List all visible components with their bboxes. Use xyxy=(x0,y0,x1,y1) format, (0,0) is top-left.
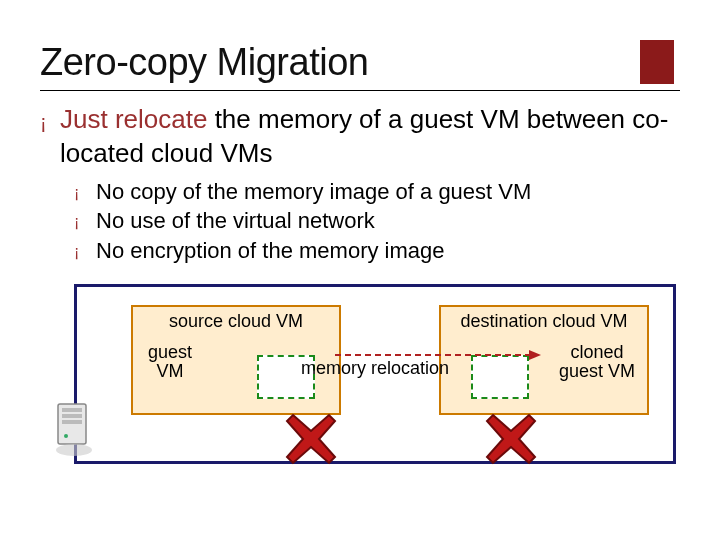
bullet-text: Just relocate the memory of a guest VM b… xyxy=(60,103,680,171)
diagram: source cloud VM destination cloud VM gue… xyxy=(44,284,676,464)
arrow-label: memory relocation xyxy=(77,359,673,379)
page-title: Zero-copy Migration xyxy=(40,41,368,84)
svg-point-9 xyxy=(56,444,92,456)
svg-point-8 xyxy=(64,434,68,438)
svg-rect-7 xyxy=(62,420,82,424)
bullet-text: No use of the virtual network xyxy=(96,206,375,236)
bullet-level2: ¡ No copy of the memory image of a guest… xyxy=(74,177,680,207)
cross-out-icon xyxy=(483,411,539,467)
bullet-glyph: ¡ xyxy=(40,103,60,171)
bullet-glyph: ¡ xyxy=(74,177,96,207)
bullet-emphasis: Just relocate xyxy=(60,104,207,134)
physical-host-frame: source cloud VM destination cloud VM gue… xyxy=(74,284,676,464)
title-accent-block xyxy=(640,40,674,84)
source-vm-label: source cloud VM xyxy=(133,307,339,338)
bullet-glyph: ¡ xyxy=(74,206,96,236)
bullet-text: No copy of the memory image of a guest V… xyxy=(96,177,531,207)
bullet-level2: ¡ No encryption of the memory image xyxy=(74,236,680,266)
server-icon xyxy=(52,400,96,458)
svg-rect-5 xyxy=(62,408,82,412)
svg-marker-2 xyxy=(287,415,335,463)
bullet-glyph: ¡ xyxy=(74,236,96,266)
cross-out-icon xyxy=(283,411,339,467)
svg-marker-3 xyxy=(487,415,535,463)
bullet-level1: ¡ Just relocate the memory of a guest VM… xyxy=(40,103,680,171)
bullet-level2: ¡ No use of the virtual network xyxy=(74,206,680,236)
title-rule xyxy=(40,90,680,91)
svg-rect-6 xyxy=(62,414,82,418)
dest-vm-label: destination cloud VM xyxy=(441,307,647,338)
bullet-text: No encryption of the memory image xyxy=(96,236,445,266)
